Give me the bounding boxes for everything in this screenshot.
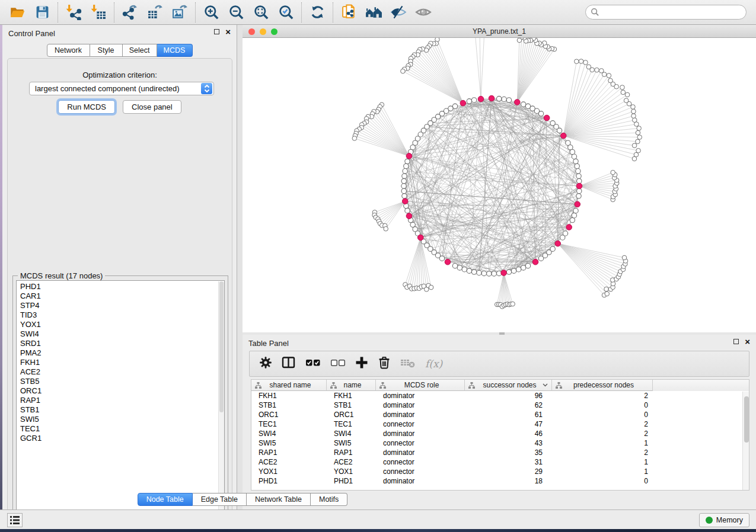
table-cell: 46 <box>465 429 552 438</box>
network-graph[interactable] <box>243 38 756 332</box>
list-icon <box>10 516 20 524</box>
mcds-result-item[interactable]: STB5 <box>20 377 224 386</box>
table-cell: dominator <box>376 410 465 419</box>
export-network-icon[interactable] <box>117 1 142 24</box>
table-row[interactable]: ACE2ACE2connector311 <box>251 457 749 467</box>
delete-column-icon[interactable] <box>378 356 391 371</box>
table-row[interactable]: SWI5SWI5connector431 <box>251 438 749 448</box>
mcds-result-item[interactable]: TEC1 <box>20 424 224 434</box>
table-scrollbar[interactable] <box>742 392 749 490</box>
float-panel-icon[interactable] <box>214 29 219 34</box>
table-cell: YOX1 <box>251 467 327 476</box>
table-row[interactable]: PHD1PHD1dominator180 <box>251 476 749 486</box>
refresh-layout-icon[interactable] <box>305 1 330 24</box>
optimization-criterion-dropdown[interactable]: largest connected component (undirected) <box>29 82 214 95</box>
table-row[interactable]: ORC1ORC1dominator610 <box>251 410 749 419</box>
tab-mcds[interactable]: MCDS <box>157 44 193 57</box>
mcds-result-item[interactable]: PHD1 <box>20 282 224 291</box>
control-panel-tabs: NetworkStyleSelectMCDS <box>47 44 193 57</box>
table-cell: TEC1 <box>251 419 327 429</box>
import-table-icon[interactable] <box>86 1 111 24</box>
column-header-successor-nodes[interactable]: successor nodes <box>465 380 552 391</box>
table-row[interactable]: FKH1FKH1dominator962 <box>251 391 749 400</box>
network-window-titlebar[interactable]: YPA_prune.txt_1 <box>243 25 756 38</box>
table-row[interactable]: STB1STB1dominator620 <box>251 400 749 410</box>
mcds-result-list[interactable]: PHD1CAR1STP4TID3YOX1SWI4SRD1PMA2FKH1ACE2… <box>16 280 225 516</box>
run-mcds-button[interactable]: Run MCDS <box>58 100 115 114</box>
zoom-out-icon[interactable] <box>224 1 248 24</box>
zoom-selected-icon[interactable] <box>273 1 298 24</box>
mcds-result-item[interactable]: GCR1 <box>20 434 224 443</box>
close-panel-icon[interactable]: × <box>745 338 750 345</box>
table-cell: 0 <box>552 400 653 410</box>
mcds-result-item[interactable]: FKH1 <box>20 358 224 367</box>
mcds-result-item[interactable]: SWI5 <box>20 415 224 424</box>
add-column-icon[interactable] <box>355 356 368 371</box>
tab-style[interactable]: Style <box>90 44 123 57</box>
task-history-button[interactable] <box>7 513 23 527</box>
tab-node-table[interactable]: Node Table <box>138 493 193 506</box>
share-document-icon[interactable] <box>336 1 361 24</box>
mcds-list-scrollbar[interactable] <box>218 281 224 515</box>
table-cell: 61 <box>465 410 552 419</box>
table-cell: dominator <box>376 448 465 457</box>
home-networks-icon[interactable] <box>361 1 386 24</box>
mcds-result-item[interactable]: STB1 <box>20 405 224 415</box>
memory-button[interactable]: Memory <box>699 513 749 527</box>
export-image-icon[interactable] <box>167 1 192 24</box>
mcds-result-item[interactable]: SRD1 <box>20 339 224 348</box>
status-bar: Memory <box>0 509 756 529</box>
network-canvas[interactable] <box>243 38 756 332</box>
mcds-result-item[interactable]: RAP1 <box>20 396 224 405</box>
zoom-in-icon[interactable] <box>199 1 224 24</box>
graphics-details-icon[interactable] <box>386 1 411 24</box>
vertical-splitter[interactable] <box>237 25 243 509</box>
column-header-name[interactable]: name <box>327 380 376 391</box>
tab-select[interactable]: Select <box>123 44 157 57</box>
column-header-predecessor-nodes[interactable]: predecessor nodes <box>552 380 653 391</box>
table-cell: 1 <box>552 457 653 467</box>
open-session-icon[interactable] <box>5 1 30 24</box>
table-cell: YOX1 <box>327 467 376 476</box>
table-row[interactable]: YOX1YOX1connector291 <box>251 467 749 476</box>
table-row[interactable]: TEC1TEC1connector472 <box>251 419 749 429</box>
tab-edge-table[interactable]: Edge Table <box>193 493 247 506</box>
delete-table-icon <box>400 356 416 371</box>
memory-status-icon <box>706 517 713 524</box>
table-cell: ACE2 <box>251 457 327 467</box>
mcds-result-item[interactable]: YOX1 <box>20 320 224 329</box>
close-panel-button[interactable]: Close panel <box>123 100 181 114</box>
export-table-icon[interactable] <box>142 1 167 24</box>
deselect-all-icon[interactable] <box>330 356 346 371</box>
table-cell: 47 <box>465 419 552 429</box>
table-row[interactable]: SWI4SWI4dominator462 <box>251 429 749 438</box>
tab-network[interactable]: Network <box>47 44 90 57</box>
column-header-shared-name[interactable]: shared name <box>251 380 327 391</box>
table-settings-gear-icon[interactable] <box>259 356 272 371</box>
mcds-result-item[interactable]: CAR1 <box>20 291 224 301</box>
mcds-result-item[interactable]: TID3 <box>20 310 224 320</box>
table-cell: 0 <box>552 476 653 486</box>
mcds-result-item[interactable]: ACE2 <box>20 367 224 377</box>
table-cell: PHD1 <box>251 476 327 486</box>
table-cell: 62 <box>465 400 552 410</box>
tab-network-table[interactable]: Network Table <box>247 493 311 506</box>
column-header-MCDS-role[interactable]: MCDS role <box>376 380 465 391</box>
close-panel-icon[interactable]: × <box>225 28 231 35</box>
zoom-fit-icon[interactable] <box>248 1 273 24</box>
mcds-result-item[interactable]: PMA2 <box>20 348 224 358</box>
float-panel-icon[interactable] <box>733 339 739 344</box>
table-row[interactable]: RAP1RAP1dominator352 <box>251 448 749 457</box>
show-annotations-icon[interactable] <box>411 1 436 24</box>
search-input[interactable] <box>585 5 747 20</box>
import-network-icon[interactable] <box>61 1 86 24</box>
mcds-result-item[interactable]: STP4 <box>20 301 224 310</box>
tab-motifs[interactable]: Motifs <box>311 493 347 506</box>
table-cell: 29 <box>465 467 552 476</box>
save-session-icon[interactable] <box>30 1 55 24</box>
toolbar-separator <box>114 2 114 23</box>
column-panel-icon[interactable] <box>282 356 296 371</box>
mcds-result-item[interactable]: ORC1 <box>20 386 224 396</box>
mcds-result-item[interactable]: SWI4 <box>20 329 224 339</box>
select-all-icon[interactable] <box>305 356 321 371</box>
